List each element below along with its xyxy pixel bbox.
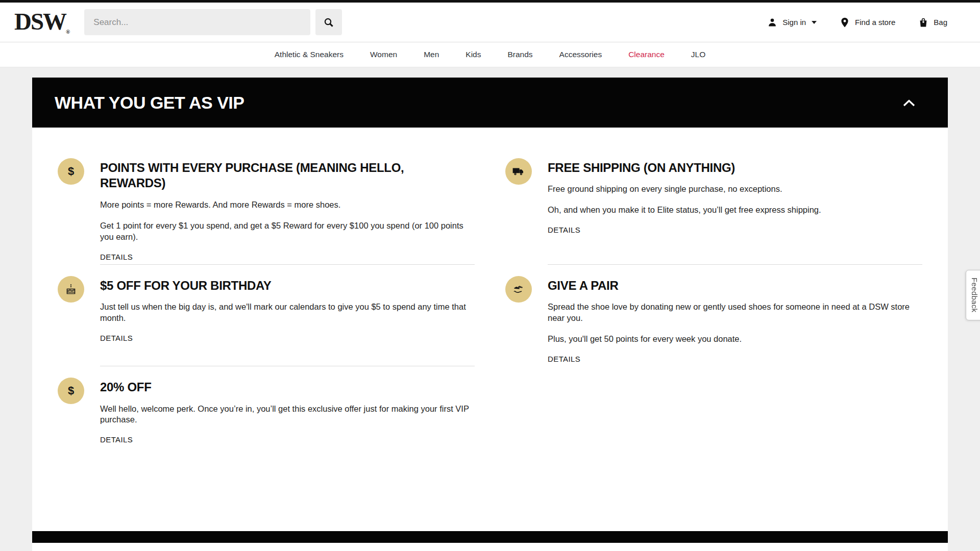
search-button[interactable] [315,9,342,35]
truck-icon [505,158,532,185]
bag-label: Bag [934,18,947,27]
find-store-label: Find a store [855,18,895,27]
header-utilities: Sign in Find a store Bag [767,17,966,28]
benefit-card-free-shipping: FREE SHIPPING (ON ANYTHING) Free ground … [505,158,922,265]
benefit-paragraph: Free ground shipping on every single pur… [548,184,922,195]
nav-men[interactable]: Men [424,50,439,59]
primary-nav: Athletic & Sneakers Women Men Kids Brand… [0,42,980,67]
vip-banner-title: WHAT YOU GET AS VIP [55,93,244,113]
feedback-label: Feedback [970,278,979,312]
nav-clearance[interactable]: Clearance [628,50,665,59]
bag-button[interactable]: Bag [918,17,947,28]
benefit-paragraph: More points = more Rewards. And more Rew… [100,199,475,211]
benefit-title: FREE SHIPPING (ON ANYTHING) [548,160,922,176]
benefit-title: $5 OFF FOR YOUR BIRTHDAY [100,278,475,293]
location-pin-icon [839,17,850,28]
chevron-down-icon [812,21,817,24]
card-divider [100,264,475,265]
site-header: DSW® Sign in [0,3,980,42]
benefit-title: GIVE A PAIR [548,278,922,293]
sign-in-label: Sign in [782,18,806,27]
dsw-logo[interactable]: DSW® [14,10,70,35]
search-bar [84,9,342,35]
details-link[interactable]: DETAILS [548,355,580,363]
benefit-paragraph: Spread the shoe love by donating new or … [548,302,922,324]
search-icon [323,16,335,29]
nav-accessories[interactable]: Accessories [559,50,602,59]
details-link[interactable]: DETAILS [100,253,133,261]
details-link[interactable]: DETAILS [100,334,133,342]
benefit-card-points: $ POINTS WITH EVERY PURCHASE (MEANING HE… [58,158,475,265]
benefit-card-birthday: $5 OFF FOR YOUR BIRTHDAY Just tell us wh… [58,276,475,366]
chevron-up-icon[interactable] [902,98,916,107]
next-accordion-header[interactable] [32,531,948,543]
empty-grid-cell [505,378,922,447]
dollar-icon: $ [58,378,84,404]
details-link[interactable]: DETAILS [548,226,580,234]
vip-accordion-header[interactable]: WHAT YOU GET AS VIP [32,78,948,128]
user-icon [767,17,778,28]
benefit-paragraph: Get 1 point for every $1 you spend, and … [100,220,475,243]
nav-kids[interactable]: Kids [465,50,481,59]
nav-athletic-sneakers[interactable]: Athletic & Sneakers [275,50,344,59]
registered-mark: ® [66,29,70,35]
find-store-button[interactable]: Find a store [839,17,895,28]
panel-bottom-strip [32,543,948,551]
nav-brands[interactable]: Brands [507,50,532,59]
vip-benefits-content: $ POINTS WITH EVERY PURCHASE (MEANING HE… [32,128,948,531]
bag-icon [918,17,929,28]
benefit-card-give-a-pair: GIVE A PAIR Spread the shoe love by dona… [505,276,922,366]
benefit-card-20-off: $ 20% OFF Well hello, welcome perk. Once… [58,378,475,447]
sign-in-button[interactable]: Sign in [767,17,817,28]
benefit-title: POINTS WITH EVERY PURCHASE (MEANING HELL… [100,160,427,191]
nav-jlo[interactable]: JLO [691,50,705,59]
dollar-icon: $ [58,158,84,185]
shoe-donation-icon [505,276,532,303]
details-link[interactable]: DETAILS [100,435,133,444]
card-divider [548,264,922,265]
benefit-paragraph: Just tell us when the big day is, and we… [100,302,475,324]
benefit-title: 20% OFF [100,380,475,395]
feedback-tab[interactable]: Feedback [966,270,980,320]
nav-women[interactable]: Women [370,50,397,59]
benefit-paragraph: Oh, and when you make it to Elite status… [548,205,922,216]
benefit-paragraph: Plus, you'll get 50 points for every wee… [548,334,922,345]
vip-benefits-panel: WHAT YOU GET AS VIP $ POINTS WITH EVERY … [32,78,948,551]
cake-icon [58,276,84,303]
card-divider [100,366,475,366]
benefit-paragraph: Well hello, welcome perk. Once you’re in… [100,404,475,426]
search-input[interactable] [84,9,310,35]
